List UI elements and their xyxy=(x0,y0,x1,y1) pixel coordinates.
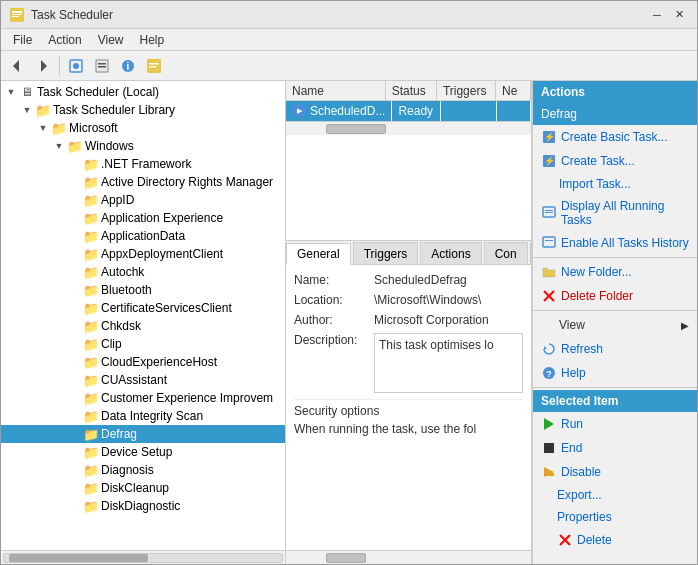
col-next[interactable]: Ne xyxy=(496,81,531,100)
tree-item-chkdsk[interactable]: ▶ 📁 Chkdsk xyxy=(1,317,285,335)
tree-item-appdata[interactable]: ▶ 📁 ApplicationData xyxy=(1,227,285,245)
task-row-0[interactable]: ScheduledD... Ready xyxy=(286,101,531,121)
tree-toggle-microsoft[interactable]: ▼ xyxy=(35,120,51,136)
tree-item-cuasst[interactable]: ▶ 📁 CUAssistant xyxy=(1,371,285,389)
tree-item-microsoft[interactable]: ▼ 📁 Microsoft xyxy=(1,119,285,137)
tab-more[interactable]: ◀ ▶ xyxy=(530,242,531,264)
tree-item-defrag[interactable]: ▶ 📁 Defrag xyxy=(1,425,285,443)
close-button[interactable]: ✕ xyxy=(669,6,689,24)
tree-item-certsvcs[interactable]: ▶ 📁 CertificateServicesClient xyxy=(1,299,285,317)
tree-item-diskclean[interactable]: ▶ 📁 DiskCleanup xyxy=(1,479,285,497)
tree-item-diskdiag[interactable]: ▶ 📁 DiskDiagnostic xyxy=(1,497,285,515)
action-view[interactable]: View ▶ xyxy=(533,313,697,337)
action-end[interactable]: End xyxy=(533,436,697,460)
minimize-button[interactable]: ─ xyxy=(647,6,667,24)
action-sep-2 xyxy=(533,310,697,311)
tree-item-dotnet[interactable]: ▶ 📁 .NET Framework xyxy=(1,155,285,173)
toolbar-btn-4[interactable] xyxy=(142,54,166,78)
tree-item-appid[interactable]: ▶ 📁 AppID xyxy=(1,191,285,209)
action-display-all[interactable]: Display All Running Tasks xyxy=(533,195,697,231)
detail-content: Name: ScheduledDefrag Location: \Microso… xyxy=(286,265,531,550)
tree-item-library[interactable]: ▼ 📁 Task Scheduler Library xyxy=(1,101,285,119)
tree-toggle-library[interactable]: ▼ xyxy=(19,102,35,118)
disable-icon xyxy=(541,464,557,480)
folder-icon-defrag: 📁 xyxy=(83,426,99,442)
tree-toggle-windows[interactable]: ▼ xyxy=(51,138,67,154)
action-delete[interactable]: Delete xyxy=(533,528,697,552)
title-bar: Task Scheduler ─ ✕ xyxy=(1,1,697,29)
tree-item-custexp[interactable]: ▶ 📁 Customer Experience Improvem xyxy=(1,389,285,407)
action-create-basic[interactable]: ⚡ Create Basic Task... xyxy=(533,125,697,149)
toolbar-btn-3[interactable]: i xyxy=(116,54,140,78)
svg-text:⚡: ⚡ xyxy=(544,131,556,143)
task-list-scrollbar-thumb[interactable] xyxy=(326,124,386,134)
svg-marker-30 xyxy=(544,418,554,430)
tab-general[interactable]: General xyxy=(286,243,351,265)
tree-item-autochk[interactable]: ▶ 📁 Autochk xyxy=(1,263,285,281)
action-refresh[interactable]: Refresh xyxy=(533,337,697,361)
tree-label-appdata: ApplicationData xyxy=(101,229,185,243)
menu-help[interactable]: Help xyxy=(132,31,173,49)
tree-item-adrm[interactable]: ▶ 📁 Active Directory Rights Manager xyxy=(1,173,285,191)
tree-scrollbar-track[interactable] xyxy=(3,553,283,563)
action-disable[interactable]: Disable xyxy=(533,460,697,484)
tree-item-windows[interactable]: ▼ 📁 Windows xyxy=(1,137,285,155)
action-import-task[interactable]: Import Task... xyxy=(533,173,697,195)
detail-scrollbar-thumb[interactable] xyxy=(326,553,366,563)
svg-rect-10 xyxy=(98,66,106,68)
action-new-folder[interactable]: New Folder... xyxy=(533,260,697,284)
tree-toggle-local[interactable]: ▼ xyxy=(3,84,19,100)
view-icon xyxy=(541,317,555,333)
svg-marker-4 xyxy=(13,60,19,72)
new-folder-icon xyxy=(541,264,557,280)
tree-scrollbar-thumb[interactable] xyxy=(9,554,148,562)
action-properties[interactable]: Properties xyxy=(533,506,697,528)
tree-item-clip[interactable]: ▶ 📁 Clip xyxy=(1,335,285,353)
tab-actions[interactable]: Actions xyxy=(420,242,481,264)
action-help[interactable]: ? Help xyxy=(533,361,697,385)
tree-item-diagnosis[interactable]: ▶ 📁 Diagnosis xyxy=(1,461,285,479)
tab-conditions[interactable]: Con xyxy=(484,242,528,264)
tree-label-appxdeploy: AppxDeploymentClient xyxy=(101,247,223,261)
tree-item-bluetooth[interactable]: ▶ 📁 Bluetooth xyxy=(1,281,285,299)
col-triggers[interactable]: Triggers xyxy=(437,81,496,100)
tree-label-chkdsk: Chkdsk xyxy=(101,319,141,333)
toolbar-btn-2[interactable] xyxy=(90,54,114,78)
task-next xyxy=(497,101,531,121)
tree-scrollbar-h[interactable] xyxy=(1,550,285,564)
toolbar-forward[interactable] xyxy=(31,54,55,78)
action-run[interactable]: Run xyxy=(533,412,697,436)
col-status[interactable]: Status xyxy=(386,81,437,100)
action-create-task[interactable]: ⚡ Create Task... xyxy=(533,149,697,173)
tree-label-microsoft: Microsoft xyxy=(69,121,118,135)
svg-rect-31 xyxy=(544,443,554,453)
menu-file[interactable]: File xyxy=(5,31,40,49)
menu-view[interactable]: View xyxy=(90,31,132,49)
action-delete-folder[interactable]: Delete Folder xyxy=(533,284,697,308)
svg-rect-21 xyxy=(545,210,553,211)
col-name[interactable]: Name xyxy=(286,81,386,100)
action-current-defrag[interactable]: Defrag xyxy=(533,103,697,125)
action-export[interactable]: Export... xyxy=(533,484,697,506)
detail-scrollbar[interactable] xyxy=(286,550,531,564)
tab-triggers[interactable]: Triggers xyxy=(353,242,419,264)
tree-item-cloudexp[interactable]: ▶ 📁 CloudExperienceHost xyxy=(1,353,285,371)
toolbar-btn-1[interactable] xyxy=(64,54,88,78)
help-icon: ? xyxy=(541,365,557,381)
tree-item-devsetup[interactable]: ▶ 📁 Device Setup xyxy=(1,443,285,461)
tree-label-appid: AppID xyxy=(101,193,134,207)
tree-label-autochk: Autochk xyxy=(101,265,144,279)
svg-rect-1 xyxy=(12,11,22,13)
menu-action[interactable]: Action xyxy=(40,31,89,49)
tree-label-clip: Clip xyxy=(101,337,122,351)
refresh-label: Refresh xyxy=(561,342,603,356)
tree-item-appxdeploy[interactable]: ▶ 📁 AppxDeploymentClient xyxy=(1,245,285,263)
task-list-scrollbar[interactable] xyxy=(286,121,531,135)
tree-item-dataint[interactable]: ▶ 📁 Data Integrity Scan xyxy=(1,407,285,425)
tree-item-appexp[interactable]: ▶ 📁 Application Experience xyxy=(1,209,285,227)
action-enable-history[interactable]: Enable All Tasks History xyxy=(533,231,697,255)
folder-icon-cloudexp: 📁 xyxy=(83,354,99,370)
toolbar-back[interactable] xyxy=(5,54,29,78)
toolbar-separator-1 xyxy=(59,56,60,76)
tree-item-local[interactable]: ▼ 🖥 Task Scheduler (Local) xyxy=(1,83,285,101)
